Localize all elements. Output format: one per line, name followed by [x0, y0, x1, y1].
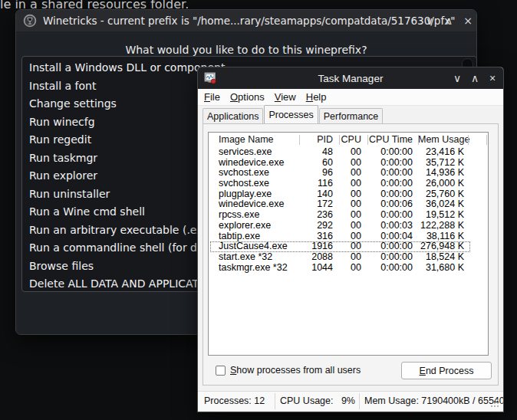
cell-mem: 26,000 K [418, 179, 464, 189]
table-row[interactable]: tabtip.exe316000:00:0438,116 K [209, 231, 488, 242]
column-header-cpu[interactable]: CPU [339, 134, 361, 145]
column-separator [486, 135, 487, 145]
cell-cpu: 00 [339, 168, 361, 179]
cell-mem: 38,116 K [418, 231, 464, 242]
menu-item-view[interactable]: View [275, 91, 296, 103]
menu-item-help[interactable]: Help [306, 91, 327, 103]
cell-pid: 140 [299, 189, 333, 200]
table-row[interactable]: svchost.exe116000:00:0026,000 K [209, 179, 488, 189]
cell-cpu: 00 [339, 263, 361, 274]
end-process-button[interactable]: End Process [401, 362, 492, 379]
cell-time: 0:00:04 [367, 231, 413, 242]
cell-cpu: 00 [339, 252, 361, 263]
column-header-cpu-time[interactable]: CPU Time [367, 134, 413, 145]
tab-strip: ApplicationsProcessesPerformance [203, 107, 384, 123]
table-row[interactable]: winedevice.exe60000:00:0035,712 K [209, 158, 488, 169]
cell-pid: 1916 [299, 241, 333, 252]
cell-time: 0:00:00 [367, 158, 413, 169]
column-header-pid[interactable]: PID [299, 134, 333, 145]
menu-bar: FileOptionsViewHelp [198, 89, 503, 106]
cell-cpu: 00 [339, 199, 361, 210]
cell-name: JustCause4.exe [210, 241, 305, 252]
tab-processes[interactable]: Processes [264, 105, 318, 123]
desktop: le in a shared resources folder. Winetri… [0, 0, 517, 420]
cell-mem: 14,936 K [418, 168, 464, 179]
cell-mem: 23,416 K [418, 147, 464, 158]
cell-time: 0:00:00 [367, 147, 413, 158]
column-header-mem-usage[interactable]: Mem Usage [418, 134, 464, 145]
winetricks-app-icon [23, 14, 37, 28]
winetricks-maximize-button[interactable]: ∧ [440, 10, 457, 31]
task-manager-minimize-button[interactable]: ∨ [449, 67, 466, 89]
column-separator [367, 135, 368, 145]
column-separator [418, 135, 419, 145]
cell-pid: 172 [299, 199, 333, 210]
cell-pid: 236 [299, 210, 333, 221]
winetricks-close-button[interactable]: × [459, 10, 476, 31]
tab-applications[interactable]: Applications [203, 108, 263, 123]
cell-cpu: 00 [339, 231, 361, 242]
table-row[interactable]: explorer.exe292000:00:03122,288 K [209, 221, 488, 231]
table-row[interactable]: svchost.exe96000:00:0014,936 K [209, 168, 488, 179]
menu-item-file[interactable]: File [204, 91, 220, 103]
status-separator [359, 393, 360, 409]
winetricks-minimize-button[interactable]: ∨ [421, 10, 438, 31]
task-manager-titlebar[interactable]: Task Manager ∨ ∧ × [198, 67, 503, 89]
cell-pid: 48 [299, 147, 333, 158]
column-separator [299, 135, 300, 145]
cell-time: 0:00:00 [367, 179, 413, 189]
table-row[interactable]: JustCause4.exe1916000:00:00276,948 K [209, 241, 488, 252]
table-row[interactable]: plugplay.exe140000:00:0025,760 K [209, 189, 488, 200]
cell-cpu: 00 [339, 241, 361, 252]
task-manager-maximize-button[interactable]: ∧ [466, 67, 483, 89]
table-row[interactable]: winedevice.exe172000:00:0636,024 K [209, 199, 488, 210]
status-processes: Processes: 12 [204, 395, 265, 406]
show-all-users-label[interactable]: Show processes from all users [230, 365, 361, 376]
cell-time: 0:00:00 [367, 210, 413, 221]
winetricks-question: What would you like to do to this winepr… [16, 44, 476, 56]
show-all-users-checkbox[interactable] [216, 366, 226, 376]
table-row[interactable]: services.exe48000:00:0023,416 K [209, 147, 488, 158]
cell-name: winedevice.exe [210, 158, 305, 169]
task-manager-close-button[interactable]: × [484, 67, 501, 89]
cell-name: services.exe [210, 147, 305, 158]
cell-pid: 2088 [299, 252, 333, 263]
cell-mem: 36,024 K [418, 199, 464, 210]
cell-mem: 31,680 K [418, 263, 464, 274]
table-row[interactable]: taskmgr.exe *321044000:00:0031,680 K [209, 263, 488, 274]
task-manager-window: Task Manager ∨ ∧ × FileOptionsViewHelp A… [198, 67, 503, 412]
cell-cpu: 00 [339, 221, 361, 231]
cell-name: explorer.exe [210, 221, 305, 231]
cell-cpu: 00 [339, 179, 361, 189]
column-header-image-name[interactable]: Image Name [210, 134, 305, 145]
cell-mem: 122,288 K [418, 221, 464, 231]
process-table: Image Name PID CPU CPU Time Mem Usage se… [208, 132, 489, 356]
cell-pid: 96 [299, 168, 333, 179]
cell-pid: 116 [299, 179, 333, 189]
cell-time: 0:00:00 [367, 189, 413, 200]
cell-mem: 35,712 K [418, 158, 464, 169]
cell-cpu: 00 [339, 158, 361, 169]
column-separator [468, 135, 469, 145]
table-row[interactable]: start.exe *322088000:00:0018,524 K [209, 252, 488, 263]
table-row[interactable]: rpcss.exe236000:00:0019,512 K [209, 210, 488, 221]
cell-name: tabtip.exe [210, 231, 305, 242]
winetricks-titlebar[interactable]: Winetricks - current prefix is "/home...… [16, 10, 476, 31]
cell-pid: 316 [299, 231, 333, 242]
process-table-header: Image Name PID CPU CPU Time Mem Usage [209, 133, 488, 147]
cell-name: taskmgr.exe *32 [210, 263, 305, 274]
cell-name: svchost.exe [210, 168, 305, 179]
cell-name: plugplay.exe [210, 189, 305, 200]
tab-performance[interactable]: Performance [319, 108, 384, 123]
cell-mem: 25,760 K [418, 189, 464, 200]
status-cpu-usage: CPU Usage: 9% [280, 395, 355, 406]
cell-cpu: 00 [339, 210, 361, 221]
resize-grip-icon[interactable] [497, 405, 499, 407]
cell-mem: 19,512 K [418, 210, 464, 221]
menu-item-options[interactable]: Options [230, 91, 265, 103]
status-bar: Processes: 12 CPU Usage: 9% Mem Usage: 7… [198, 391, 503, 411]
process-table-body: services.exe48000:00:0023,416 Kwinedevic… [209, 147, 488, 273]
cell-name: svchost.exe [210, 179, 305, 189]
cell-name: start.exe *32 [210, 252, 305, 263]
cell-time: 0:00:00 [367, 252, 413, 263]
